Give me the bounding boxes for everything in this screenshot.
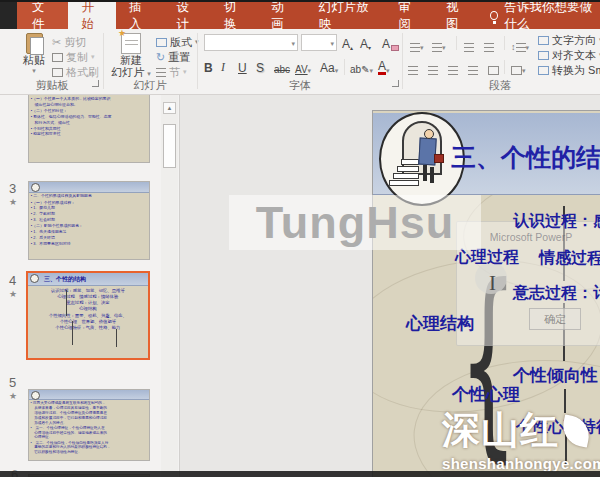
section-button[interactable]: 节 ▾ bbox=[156, 65, 187, 79]
change-case-button[interactable]: Aa▾ bbox=[320, 58, 338, 76]
animation-star-icon[interactable]: ★ bbox=[9, 197, 17, 207]
columns-button[interactable]: ▾ bbox=[511, 58, 526, 76]
convert-smartart-button[interactable]: 转换为 Sm bbox=[538, 63, 600, 77]
label-personality-psychology[interactable]: 个性心理 bbox=[452, 383, 520, 406]
tab-transitions[interactable]: 切换 bbox=[211, 2, 258, 29]
font-dialog-launcher[interactable] bbox=[392, 80, 399, 87]
align-left-button[interactable] bbox=[408, 58, 418, 76]
reset-button[interactable]: ↻ 重置 bbox=[156, 50, 190, 64]
briefcase bbox=[434, 154, 444, 163]
group-divider bbox=[197, 33, 198, 89]
scrollbar-thumb[interactable] bbox=[163, 124, 176, 168]
tab-design[interactable]: 设计 bbox=[163, 2, 210, 29]
label-mental-process[interactable]: 心理过程 bbox=[455, 247, 519, 268]
font-color-button[interactable]: A▾ bbox=[378, 58, 390, 76]
align-center-button[interactable] bbox=[428, 58, 438, 76]
text-direction-icon bbox=[538, 36, 549, 45]
increase-font-size-button[interactable]: A▴ bbox=[342, 34, 353, 52]
font-name-select[interactable]: ▾ bbox=[204, 34, 298, 51]
label-mental-structure[interactable]: 心理结构 bbox=[406, 312, 474, 335]
justify-icon bbox=[468, 66, 478, 75]
man-leg bbox=[430, 167, 434, 183]
cut-button[interactable]: ✂ 剪切 bbox=[52, 35, 86, 49]
strikethrough-button[interactable]: abc bbox=[274, 58, 290, 76]
diagram-line bbox=[66, 290, 67, 316]
bold-button[interactable]: B bbox=[204, 58, 213, 76]
text-highlight-button[interactable]: ab✎▾ bbox=[350, 58, 373, 76]
decrease-font-size-button[interactable]: A▾ bbox=[360, 34, 371, 52]
scissors-icon: ✂ bbox=[52, 36, 61, 49]
justify-button[interactable] bbox=[468, 58, 478, 76]
ribbon-home: 粘贴 ▾ ✂ 剪切 复制 ▾ 格式刷 剪贴板 新建 幻灯片 ▾ 版式 ▾ bbox=[0, 29, 600, 95]
slide-number-4: 4 bbox=[9, 273, 16, 288]
align-text-button[interactable]: 对齐文本 ▾ bbox=[538, 48, 600, 62]
label-cognitive-process[interactable]: 认识过程：感 bbox=[513, 211, 600, 232]
text-line: 个性心理特征：气质、性格、能力 bbox=[28, 325, 148, 331]
thumbnail-5-header bbox=[29, 390, 149, 400]
character-spacing-button[interactable]: AV▾ bbox=[295, 58, 311, 76]
reset-icon: ↻ bbox=[156, 51, 165, 64]
distribute-button[interactable] bbox=[488, 58, 499, 76]
align-center-icon bbox=[428, 66, 438, 75]
animation-star-icon[interactable]: ★ bbox=[9, 391, 17, 401]
thumbnail-slide-2[interactable]: •（一）个性是一个人本质的，比较稳定的意识 倾向性与心理特征总和。•（二）个性的… bbox=[28, 95, 150, 163]
thumbnail-slide-5[interactable]: • 这两大类心理现象是相互联系和相互制约的， 从整体来看，心理过程具有稳定性，是… bbox=[28, 389, 150, 461]
copy-button[interactable]: 复制 ▾ bbox=[52, 50, 95, 64]
paragraph-group-label: 段落 bbox=[455, 78, 545, 93]
label-emotional-process[interactable]: 情感过程： bbox=[539, 248, 600, 269]
underline-button[interactable]: U bbox=[238, 58, 247, 76]
text-shadow-button[interactable]: S bbox=[256, 58, 264, 76]
scrollbar-up-arrow[interactable]: ▲ bbox=[163, 102, 176, 114]
thumbnail-slide-4-selected[interactable]: 三、个性的结构 认识过程：感觉、知觉、记忆、思维等心理过程 情感过程：情绪体验意… bbox=[26, 271, 150, 360]
label-will-process[interactable]: 意志过程：计 bbox=[513, 283, 600, 304]
tab-slideshow[interactable]: 幻灯片放映 bbox=[306, 2, 386, 29]
label-personality-tendency[interactable]: 个性倾向性： bbox=[513, 364, 600, 387]
group-divider bbox=[103, 33, 104, 89]
mini-clipart bbox=[31, 183, 40, 192]
paste-button[interactable]: 粘贴 ▾ bbox=[14, 33, 54, 79]
bullets-icon bbox=[410, 43, 420, 52]
increase-indent-button[interactable] bbox=[484, 35, 494, 53]
clear-formatting-button[interactable]: A bbox=[382, 34, 399, 52]
line-spacing-button[interactable]: ↕▾ bbox=[511, 35, 529, 53]
slide-title[interactable]: 三、个性的结构 bbox=[451, 141, 600, 174]
text-direction-button[interactable]: 文字方向 ▾ bbox=[538, 33, 600, 47]
format-painter-button[interactable]: 格式刷 bbox=[52, 65, 99, 79]
mini-clipart bbox=[30, 274, 39, 283]
tab-insert[interactable]: 插入 bbox=[116, 2, 163, 29]
italic-button[interactable]: I bbox=[221, 58, 225, 76]
tab-file[interactable]: 文件 bbox=[17, 2, 68, 29]
clipboard-dialog-launcher[interactable] bbox=[92, 80, 99, 87]
font-name-caret: ▾ bbox=[291, 40, 295, 48]
tab-view[interactable]: 视图 bbox=[433, 2, 480, 29]
tab-animations[interactable]: 动画 bbox=[258, 2, 305, 29]
tab-review[interactable]: 审阅 bbox=[386, 2, 433, 29]
animation-star-icon[interactable]: ★ bbox=[9, 289, 17, 299]
tab-home[interactable]: 开始 bbox=[68, 2, 115, 29]
pen-icon: ✎ bbox=[361, 64, 369, 75]
slide-number-3: 3 bbox=[9, 181, 16, 196]
tell-me-box[interactable]: 告诉我你想要做什么 bbox=[490, 2, 600, 29]
thumbnail-4-header: 三、个性的结构 bbox=[28, 273, 148, 286]
paste-dropdown-caret[interactable]: ▾ bbox=[32, 67, 36, 75]
decrease-indent-button[interactable] bbox=[464, 35, 474, 53]
reset-label: 重置 bbox=[168, 50, 190, 65]
mini-divider bbox=[504, 60, 505, 74]
font-size-select[interactable]: ▾ bbox=[301, 34, 337, 51]
new-slide-button[interactable]: 新建 幻灯片 ▾ bbox=[108, 33, 154, 79]
copy-icon bbox=[52, 53, 63, 62]
layout-button[interactable]: 版式 ▾ bbox=[156, 35, 199, 49]
thumbnail-slide-3[interactable]: • 二、个性的形成过程及其影响因素•（一）个性的形成过程：• 1、婴幼儿期• 2… bbox=[28, 181, 150, 260]
numbering-button[interactable]: ▾ bbox=[432, 35, 446, 53]
increase-indent-icon bbox=[484, 43, 494, 52]
slide-thumbnail-panel: •（一）个性是一个人本质的，比较稳定的意识 倾向性与心理特征总和。•（二）个性的… bbox=[0, 95, 180, 477]
bullets-button[interactable]: ▾ bbox=[410, 35, 424, 53]
align-right-button[interactable] bbox=[448, 58, 458, 76]
man-head bbox=[424, 129, 434, 139]
thumbnail-3-text: • 二、个性的形成过程及其影响因素•（一）个性的形成过程：• 1、婴幼儿期• 2… bbox=[29, 193, 149, 247]
thumbnail-5-text: • 这两大类心理现象是相互联系和相互制约的， 从整体来看，心理过程具有稳定性，是… bbox=[29, 400, 149, 455]
new-slide-icon bbox=[121, 33, 141, 54]
decrease-indent-icon bbox=[464, 43, 474, 52]
section-caret: ▾ bbox=[183, 68, 187, 76]
man-leg bbox=[423, 165, 427, 181]
